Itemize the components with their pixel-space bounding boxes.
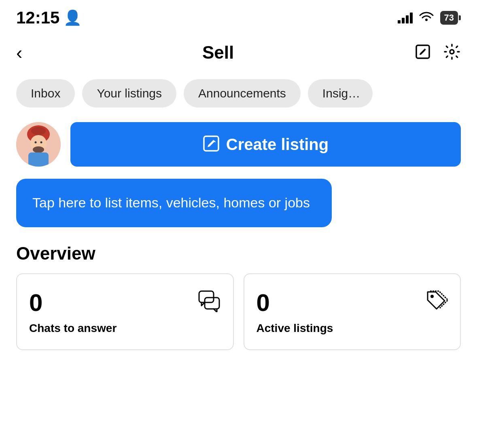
svg-point-15 — [430, 295, 434, 298]
svg-point-4 — [31, 127, 46, 135]
svg-point-1 — [450, 50, 454, 54]
tag-icon — [424, 289, 448, 317]
tab-inbox[interactable]: Inbox — [16, 79, 75, 108]
tab-announcements[interactable]: Announcements — [184, 79, 301, 108]
status-icons: 73 — [398, 10, 461, 26]
chats-label: Chats to answer — [29, 322, 221, 335]
tab-bar: Inbox Your listings Announcements Insig… — [0, 73, 477, 114]
page-title: Sell — [202, 42, 234, 63]
nav-header: ‹ Sell — [0, 32, 477, 73]
svg-point-7 — [35, 142, 37, 144]
active-listings-card: 0 Active listings — [244, 273, 461, 350]
overview-cards: 0 Chats to answer 0 — [16, 273, 461, 350]
person-icon: 👤 — [64, 9, 82, 26]
create-listing-button[interactable]: Create listing — [70, 122, 461, 167]
battery-icon: 73 — [440, 11, 461, 25]
chats-card: 0 Chats to answer — [16, 273, 234, 350]
status-time: 12:15 — [16, 8, 59, 27]
active-listings-count: 0 — [257, 289, 270, 317]
settings-icon[interactable] — [443, 43, 461, 62]
overview-title: Overview — [16, 243, 461, 264]
chats-count: 0 — [29, 289, 42, 317]
tooltip-bubble[interactable]: Tap here to list items, vehicles, homes … — [16, 179, 332, 227]
svg-point-6 — [33, 146, 44, 153]
back-button[interactable]: ‹ — [16, 42, 22, 63]
create-listing-icon — [203, 135, 220, 154]
edit-icon[interactable] — [414, 43, 432, 62]
chats-icon — [197, 289, 221, 317]
signal-icon — [398, 12, 413, 23]
tab-insights[interactable]: Insig… — [308, 79, 373, 108]
svg-point-8 — [40, 142, 42, 144]
tooltip-text: Tap here to list items, vehicles, homes … — [32, 193, 316, 213]
status-bar: 12:15 👤 73 — [0, 0, 477, 32]
create-listing-label: Create listing — [226, 135, 329, 154]
avatar — [16, 122, 61, 167]
active-listings-label: Active listings — [257, 322, 448, 335]
overview-section: Overview 0 Chats to answer 0 — [0, 235, 477, 358]
create-section: Create listing — [0, 114, 477, 175]
svg-rect-11 — [28, 152, 49, 167]
tab-your-listings[interactable]: Your listings — [82, 79, 176, 108]
nav-actions — [414, 43, 461, 62]
wifi-icon — [418, 10, 435, 26]
svg-rect-14 — [205, 298, 219, 309]
svg-rect-13 — [199, 291, 214, 302]
